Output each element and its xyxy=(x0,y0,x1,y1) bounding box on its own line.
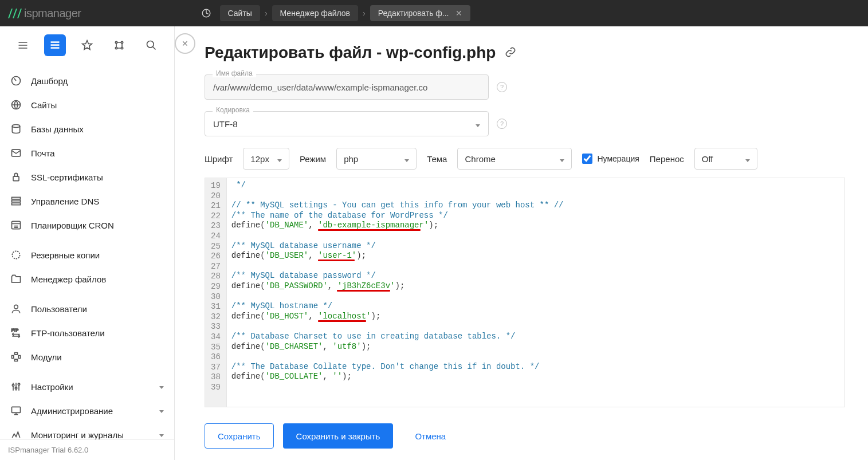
link-icon[interactable] xyxy=(505,46,516,60)
chevron-down-icon xyxy=(402,154,409,164)
nav-label: FTP-пользователи xyxy=(31,328,105,338)
svg-rect-13 xyxy=(13,176,19,181)
sidebar-item[interactable]: Базы данных xyxy=(0,117,174,141)
chevron-down-icon xyxy=(157,431,164,439)
nav-label: SSL-сертификаты xyxy=(31,172,103,182)
svg-point-6 xyxy=(115,47,117,49)
version-text: ISPmanager Trial 6.62.0 xyxy=(0,439,174,460)
logo-text: ispmanager xyxy=(24,7,81,20)
apps-icon[interactable] xyxy=(108,34,130,56)
nav-icon xyxy=(10,147,22,159)
theme-select[interactable]: Chrome xyxy=(457,148,572,170)
svg-point-22 xyxy=(15,387,17,389)
nav-label: Резервные копии xyxy=(31,250,100,260)
nav-icon xyxy=(10,381,22,392)
nav-label: Мониторинг и журналы xyxy=(31,430,124,440)
nav-icon xyxy=(10,123,22,135)
nav-icon xyxy=(10,273,22,285)
nav-icon: FTP xyxy=(10,327,22,339)
breadcrumb-filemanager[interactable]: Менеджер файлов xyxy=(272,5,359,21)
breadcrumb-sites[interactable]: Сайты xyxy=(220,5,260,21)
nav-label: Менеджер файлов xyxy=(31,274,106,284)
nav-label: Почта xyxy=(31,148,55,158)
sidebar-item[interactable]: Почта xyxy=(0,141,174,165)
breadcrumb-edit[interactable]: Редактировать ф... ✕ xyxy=(370,5,471,21)
svg-rect-16 xyxy=(12,203,21,205)
nav-icon xyxy=(10,75,22,87)
theme-label: Тема xyxy=(427,154,447,164)
sidebar-item[interactable]: Администрирование xyxy=(0,399,174,423)
breadcrumbs: Сайты › Менеджер файлов › Редактировать … xyxy=(196,5,471,22)
save-close-button[interactable]: Сохранить и закрыть xyxy=(283,423,394,449)
chevron-right-icon: › xyxy=(362,9,367,18)
svg-rect-15 xyxy=(12,200,21,202)
nav-icon xyxy=(10,219,22,231)
nav-icon xyxy=(10,249,22,261)
chevron-down-icon xyxy=(743,154,750,164)
nav-icon xyxy=(10,351,22,363)
nav-icon xyxy=(10,405,22,416)
sidebar: ДашбордСайтыБазы данныхПочтаSSL-сертифик… xyxy=(0,26,175,460)
nav-icon xyxy=(10,99,22,111)
sidebar-item[interactable]: Менеджер файлов xyxy=(0,267,174,291)
sidebar-item[interactable]: Резервные копии xyxy=(0,243,174,267)
nav-label: Сайты xyxy=(31,100,57,110)
mode-select[interactable]: php xyxy=(336,148,417,170)
svg-point-23 xyxy=(18,383,19,385)
nav-label: Модули xyxy=(31,352,62,362)
sidebar-item[interactable]: Модули xyxy=(0,345,174,369)
list-icon[interactable] xyxy=(44,34,66,56)
svg-rect-3 xyxy=(51,47,60,49)
close-icon[interactable]: ✕ xyxy=(455,9,462,18)
svg-point-8 xyxy=(147,41,154,48)
svg-point-5 xyxy=(121,41,123,43)
sidebar-item[interactable]: Сайты xyxy=(0,93,174,117)
dashboard-icon-button[interactable] xyxy=(196,5,217,22)
encoding-select[interactable]: UTF-8 xyxy=(205,111,489,136)
sidebar-item[interactable]: FTPFTP-пользователи xyxy=(0,321,174,345)
svg-text:FTP: FTP xyxy=(11,328,19,332)
chevron-down-icon xyxy=(473,119,480,129)
wrap-select[interactable]: Off xyxy=(694,148,757,170)
svg-rect-1 xyxy=(51,41,60,43)
numbering-checkbox[interactable]: Нумерация xyxy=(582,154,639,164)
search-icon[interactable] xyxy=(140,34,162,56)
help-icon[interactable]: ? xyxy=(497,82,507,92)
nav-label: Пользователи xyxy=(31,304,87,314)
star-icon[interactable] xyxy=(76,34,98,56)
help-icon[interactable]: ? xyxy=(497,119,507,129)
save-button[interactable]: Сохранить xyxy=(205,423,274,449)
nav-label: Администрирование xyxy=(31,406,113,416)
nav-label: Управление DNS xyxy=(31,196,99,206)
svg-point-21 xyxy=(12,384,14,386)
mode-label: Режим xyxy=(300,154,326,164)
sidebar-item[interactable]: Пользователи xyxy=(0,297,174,321)
nav-label: Базы данных xyxy=(31,124,84,134)
line-gutter: 1920212223242526272829303132333435363738… xyxy=(205,178,227,407)
svg-point-18 xyxy=(12,251,19,258)
cancel-button[interactable]: Отмена xyxy=(402,423,458,449)
sidebar-item[interactable]: Настройки xyxy=(0,375,174,399)
nav-icon xyxy=(10,171,22,183)
chevron-down-icon xyxy=(157,383,164,391)
code-area[interactable]: */// ** MySQL settings - You can get thi… xyxy=(227,178,845,407)
svg-rect-2 xyxy=(51,44,60,46)
svg-rect-14 xyxy=(12,197,21,199)
filename-input xyxy=(205,74,489,100)
sidebar-item[interactable]: Планировщик CRON xyxy=(0,213,174,237)
logo[interactable]: ispmanager xyxy=(7,0,81,26)
svg-rect-24 xyxy=(12,407,21,412)
filename-label: Имя файла xyxy=(213,69,256,77)
sidebar-item[interactable]: Мониторинг и журналы xyxy=(0,423,174,439)
nav-label: Планировщик CRON xyxy=(31,221,114,230)
font-select[interactable]: 12px xyxy=(243,148,289,170)
panel-close-button[interactable]: ✕ xyxy=(175,33,195,54)
sidebar-item[interactable]: Дашборд xyxy=(0,69,174,93)
sidebar-item[interactable]: Управление DNS xyxy=(0,189,174,213)
code-editor[interactable]: 1920212223242526272829303132333435363738… xyxy=(205,178,845,407)
menu-icon[interactable] xyxy=(12,34,34,56)
chevron-down-icon xyxy=(275,154,282,164)
chevron-right-icon: › xyxy=(264,9,269,18)
sidebar-item[interactable]: SSL-сертификаты xyxy=(0,165,174,189)
svg-point-4 xyxy=(115,41,117,43)
